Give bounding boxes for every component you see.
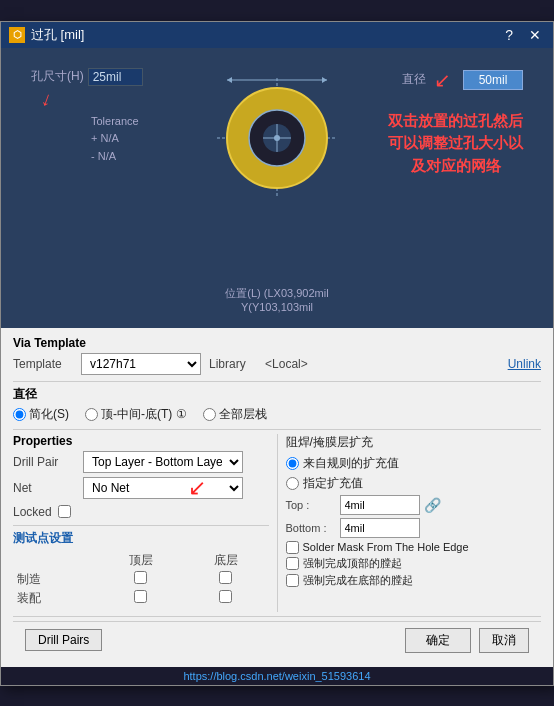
col-bottom: 底层	[183, 551, 268, 570]
force-top-relief-checkbox[interactable]	[286, 557, 299, 570]
locked-row: Locked	[13, 505, 269, 519]
template-select[interactable]: v127h71	[81, 353, 201, 375]
template-label: Template	[13, 357, 73, 371]
hole-size-input[interactable]	[88, 68, 143, 86]
template-row: Template v127h71 Library <Local> Unlink	[13, 353, 541, 375]
annotation-text: 双击放置的过孔然后可以调整过孔大小以及对应的网络	[388, 110, 523, 178]
net-label: Net	[13, 481, 83, 495]
tolerance-minus: - N/A	[91, 148, 197, 166]
library-label: Library	[209, 357, 246, 371]
via-diagram: 孔尺寸(H) ↑ Tolerance + N/A - N/A	[11, 58, 543, 218]
properties-title: Properties	[13, 434, 269, 448]
footer-url: https://blog.csdn.net/weixin_51593614	[183, 670, 370, 682]
via-icon: ⬡	[9, 27, 25, 43]
diameter-input[interactable]	[463, 70, 523, 90]
bottom-bar: Drill Pairs 确定 取消	[13, 621, 541, 659]
drill-pairs-button[interactable]: Drill Pairs	[25, 629, 102, 651]
via-dialog: ⬡ 过孔 [mil] ? ✕ 孔尺寸(H) ↑ Tolerance + N/A	[0, 21, 554, 686]
divider1	[13, 381, 541, 382]
solder-mask-option1: 来自规则的扩充值	[303, 455, 399, 472]
divider2	[13, 429, 541, 430]
help-button[interactable]: ?	[501, 28, 517, 42]
radio-all-layers[interactable]: 全部层栈	[203, 406, 267, 423]
center-diagram	[197, 68, 357, 208]
chain-icon: 🔗	[424, 497, 441, 513]
drill-pair-label: Drill Pair	[13, 455, 83, 469]
close-button[interactable]: ✕	[525, 28, 545, 42]
row1-top-checkbox[interactable]	[134, 571, 147, 584]
diameter-row: 直径 ↙	[402, 68, 523, 92]
solder-mask-checkbox2-row: 强制完成顶部的膛起	[286, 556, 542, 571]
diagram-area: 孔尺寸(H) ↑ Tolerance + N/A - N/A	[1, 48, 553, 328]
position-y: Y(Y103,103mil	[241, 301, 313, 313]
tolerance-label: Tolerance	[91, 113, 197, 131]
top-expand-row: Top : 🔗	[286, 495, 542, 515]
net-select[interactable]: No Net	[83, 477, 243, 499]
window-title: 过孔 [mil]	[31, 26, 84, 44]
top-expand-input[interactable]	[340, 495, 420, 515]
right-panel: 直径 ↙ 双击放置的过孔然后可以调整过孔大小以及对应的网络	[357, 68, 523, 178]
solder-mask-from-hole-checkbox[interactable]	[286, 541, 299, 554]
top-expand-label: Top :	[286, 499, 336, 511]
row1-label: 制造	[13, 570, 98, 589]
two-col-layout: Properties Drill Pair Top Layer - Bottom…	[13, 434, 541, 612]
ok-button[interactable]: 确定	[405, 628, 471, 653]
via-template-title: Via Template	[13, 336, 541, 350]
svg-marker-5	[227, 77, 232, 83]
position-info: 位置(L) (LX03,902mil Y(Y103,103mil	[225, 286, 328, 313]
locked-label: Locked	[13, 505, 52, 519]
via-template-section: Via Template Template v127h71 Library <L…	[13, 336, 541, 375]
unlink-link[interactable]: Unlink	[508, 357, 541, 371]
row2-bottom-checkbox[interactable]	[219, 590, 232, 603]
row1-bottom-checkbox[interactable]	[219, 571, 232, 584]
cancel-button[interactable]: 取消	[479, 628, 529, 653]
left-panel: 孔尺寸(H) ↑ Tolerance + N/A - N/A	[31, 68, 197, 166]
diameter-label: 直径	[402, 71, 426, 88]
table-row: 装配	[13, 589, 269, 608]
solder-mask-title: 阻焊/掩膜层扩充	[286, 434, 542, 451]
test-points-title: 测试点设置	[13, 530, 269, 547]
tolerance-row: Tolerance + N/A - N/A	[91, 113, 197, 166]
drill-pair-select[interactable]: Top Layer - Bottom Layer	[83, 451, 243, 473]
solder-mask-col: 阻焊/掩膜层扩充 来自规则的扩充值 指定扩充值 Top :	[277, 434, 542, 612]
net-row: Net No Net ↙	[13, 477, 269, 499]
properties-col: Properties Drill Pair Top Layer - Bottom…	[13, 434, 269, 612]
diameter-section-title: 直径	[13, 386, 541, 403]
solder-mask-option2: 指定扩充值	[303, 475, 363, 492]
row2-label: 装配	[13, 589, 98, 608]
hole-size-label: 孔尺寸(H)	[31, 68, 84, 85]
test-points-table: 顶层 底层 制造 装配	[13, 551, 269, 608]
force-top-relief-label: 强制完成顶部的膛起	[303, 556, 402, 571]
radio-simple[interactable]: 简化(S)	[13, 406, 69, 423]
bottom-panel: Via Template Template v127h71 Library <L…	[1, 328, 553, 667]
title-bar-left: ⬡ 过孔 [mil]	[9, 26, 84, 44]
radio-top-mid-bot[interactable]: 顶-中间-底(T) ①	[85, 406, 187, 423]
solder-mask-radio1-input[interactable]	[286, 457, 299, 470]
via-svg	[207, 68, 347, 208]
solder-mask-checkbox1-row: Solder Mask From The Hole Edge	[286, 541, 542, 554]
bottom-expand-input[interactable]	[340, 518, 420, 538]
drill-pair-row: Drill Pair Top Layer - Bottom Layer	[13, 451, 269, 473]
table-row: 制造	[13, 570, 269, 589]
diameter-section: 直径 简化(S) 顶-中间-底(T) ① 全部层栈	[13, 386, 541, 423]
locked-checkbox[interactable]	[58, 505, 71, 518]
tolerance-plus: + N/A	[91, 130, 197, 148]
svg-marker-6	[322, 77, 327, 83]
solder-mask-radio2-input[interactable]	[286, 477, 299, 490]
title-bar-right: ? ✕	[501, 28, 545, 42]
col-top: 顶层	[98, 551, 183, 570]
footer-bar: https://blog.csdn.net/weixin_51593614	[1, 667, 553, 685]
bottom-expand-label: Bottom :	[286, 522, 336, 534]
divider4	[13, 616, 541, 617]
force-bottom-relief-checkbox[interactable]	[286, 574, 299, 587]
divider3	[13, 525, 269, 526]
hole-size-row: 孔尺寸(H)	[31, 68, 197, 86]
row2-top-checkbox[interactable]	[134, 590, 147, 603]
solder-mask-radio1: 来自规则的扩充值	[286, 455, 542, 472]
red-arrow-net-icon: ↙	[188, 475, 206, 501]
diameter-radio-row: 简化(S) 顶-中间-底(T) ① 全部层栈	[13, 406, 541, 423]
action-buttons: 确定 取消	[405, 628, 529, 653]
position-x: 位置(L) (LX03,902mil	[225, 287, 328, 299]
solder-mask-radio2: 指定扩充值	[286, 475, 542, 492]
solder-mask-from-hole-label: Solder Mask From The Hole Edge	[303, 541, 469, 553]
